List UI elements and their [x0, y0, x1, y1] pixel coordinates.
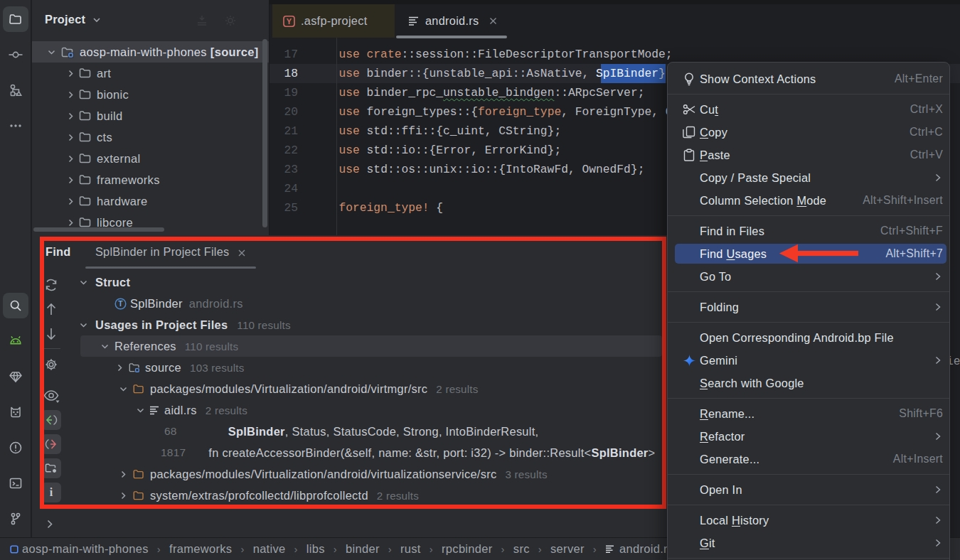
- svg-text:Y: Y: [287, 17, 292, 26]
